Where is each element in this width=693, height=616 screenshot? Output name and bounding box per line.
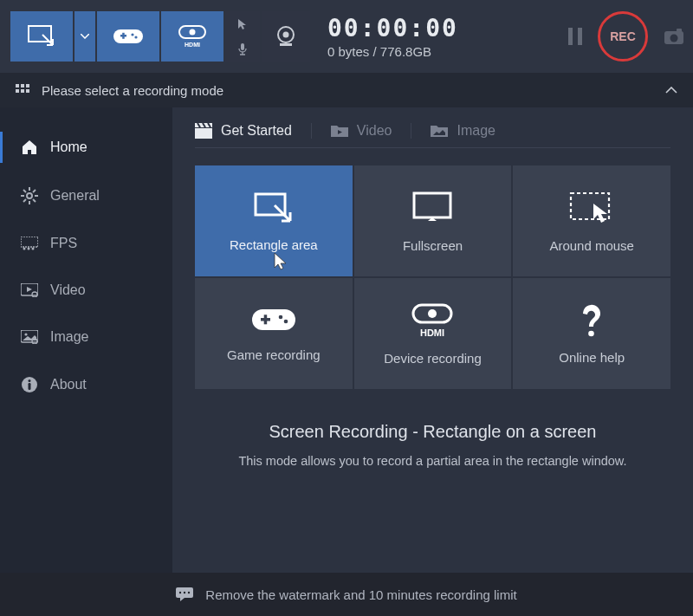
svg-point-34 xyxy=(28,248,30,250)
gamepad-icon xyxy=(251,306,296,335)
tile-label: Around mouse xyxy=(549,238,634,253)
tile-fullscreen[interactable]: Fullscreen xyxy=(354,165,512,276)
svg-point-33 xyxy=(23,248,26,250)
tab-video[interactable]: Video xyxy=(312,123,412,139)
svg-point-55 xyxy=(284,319,288,323)
svg-point-39 xyxy=(24,333,27,335)
svg-rect-11 xyxy=(280,43,292,46)
svg-rect-21 xyxy=(21,89,24,93)
svg-point-4 xyxy=(134,36,137,38)
sidebar-item-video[interactable]: Video xyxy=(0,267,172,314)
question-icon xyxy=(579,303,605,338)
mic-icon xyxy=(236,42,249,56)
webcam-icon xyxy=(274,25,298,48)
mode-dropdown-button[interactable] xyxy=(74,11,95,62)
home-icon xyxy=(21,139,38,156)
tab-get-started[interactable]: Get Started xyxy=(195,123,312,139)
tile-rectangle-area[interactable]: Rectangle area xyxy=(195,165,353,276)
info-icon xyxy=(21,376,38,393)
tabs: Get Started Video Image xyxy=(195,123,670,148)
svg-rect-43 xyxy=(29,383,31,390)
around-mouse-icon xyxy=(567,190,616,226)
gamepad-icon xyxy=(113,27,143,46)
footer-text: Remove the watermark and 10 minutes reco… xyxy=(205,587,516,602)
banner-text: Please select a recording mode xyxy=(42,83,223,98)
svg-rect-44 xyxy=(195,128,212,139)
tab-label: Image xyxy=(457,123,495,139)
description-body: This mode allows you to record a partial… xyxy=(195,454,670,468)
svg-point-61 xyxy=(179,592,181,593)
sidebar-item-label: FPS xyxy=(50,236,77,251)
tile-label: Fullscreen xyxy=(403,238,463,253)
tile-online-help[interactable]: Online help xyxy=(513,278,670,389)
svg-rect-19 xyxy=(26,84,29,88)
sidebar-item-label: About xyxy=(50,377,87,392)
grid-icon xyxy=(16,84,31,96)
svg-rect-15 xyxy=(677,29,682,32)
svg-point-23 xyxy=(27,193,32,198)
tile-game-recording[interactable]: Game recording xyxy=(195,278,353,389)
sidebar-item-general[interactable]: General xyxy=(0,172,172,220)
folder-play-icon xyxy=(331,124,348,138)
svg-rect-22 xyxy=(26,89,29,93)
timer-value: 00:00:00 xyxy=(327,14,458,42)
svg-rect-13 xyxy=(578,28,582,45)
tab-label: Video xyxy=(357,123,392,139)
tile-device-recording[interactable]: HDMI Device recording xyxy=(354,278,512,389)
svg-point-10 xyxy=(283,32,289,38)
size-value: 0 bytes / 776.8GB xyxy=(327,44,458,59)
clapper-icon xyxy=(195,123,212,139)
tile-label: Online help xyxy=(559,350,625,365)
chevron-down-icon xyxy=(81,34,89,39)
pause-icon xyxy=(568,28,582,45)
mode-rectangle-button[interactable] xyxy=(10,11,73,62)
svg-rect-12 xyxy=(568,28,573,45)
svg-rect-8 xyxy=(241,43,244,50)
webcam-toggle-button[interactable] xyxy=(262,11,310,62)
svg-point-54 xyxy=(279,314,283,319)
image-icon xyxy=(21,330,38,344)
monitor-icon xyxy=(411,190,454,226)
sidebar-item-fps[interactable]: FPS xyxy=(0,220,172,267)
fps-icon xyxy=(21,237,38,250)
chevron-up-icon xyxy=(665,87,677,94)
svg-point-42 xyxy=(29,379,31,382)
cursor-icon xyxy=(236,18,249,30)
video-icon xyxy=(21,283,38,297)
svg-point-57 xyxy=(428,309,437,318)
hdmi-icon: HDMI xyxy=(408,302,457,339)
description-title: Screen Recording - Rectangle on a screen xyxy=(195,422,670,442)
footer-banner[interactable]: Remove the watermark and 10 minutes reco… xyxy=(0,573,693,616)
mic-toggle-button[interactable] xyxy=(225,36,260,62)
record-button[interactable]: REC xyxy=(598,11,648,62)
svg-point-63 xyxy=(188,592,190,593)
mode-hdmi-button[interactable]: HDMI xyxy=(161,11,223,62)
svg-line-28 xyxy=(23,190,26,192)
sidebar-item-image[interactable]: Image xyxy=(0,314,172,360)
gear-icon xyxy=(21,187,38,204)
tab-image[interactable]: Image xyxy=(411,123,514,139)
content: Get Started Video Image xyxy=(172,107,693,573)
cursor-toggle-button[interactable] xyxy=(225,11,260,36)
sidebar-item-label: Video xyxy=(50,282,86,298)
svg-rect-18 xyxy=(21,84,24,88)
tile-label: Game recording xyxy=(227,347,321,362)
svg-point-37 xyxy=(32,292,37,297)
tiles-grid: Rectangle area Fullscreen Around mouse xyxy=(195,165,670,389)
svg-rect-2 xyxy=(122,33,125,39)
rectangle-arrow-icon xyxy=(252,191,295,225)
sidebar-item-home[interactable]: Home xyxy=(0,123,172,172)
svg-rect-51 xyxy=(571,193,609,219)
svg-rect-32 xyxy=(21,237,38,247)
sidebar-item-about[interactable]: About xyxy=(0,360,172,409)
svg-point-62 xyxy=(184,592,185,593)
camera-icon xyxy=(664,28,684,45)
svg-point-35 xyxy=(32,248,35,250)
sidebar-item-label: General xyxy=(50,188,100,204)
tile-around-mouse[interactable]: Around mouse xyxy=(513,165,670,276)
mode-select-banner[interactable]: Please select a recording mode xyxy=(0,73,693,107)
svg-line-31 xyxy=(23,199,26,202)
mode-game-button[interactable] xyxy=(97,11,159,62)
svg-rect-20 xyxy=(16,89,19,93)
mouse-cursor-icon xyxy=(273,252,288,271)
